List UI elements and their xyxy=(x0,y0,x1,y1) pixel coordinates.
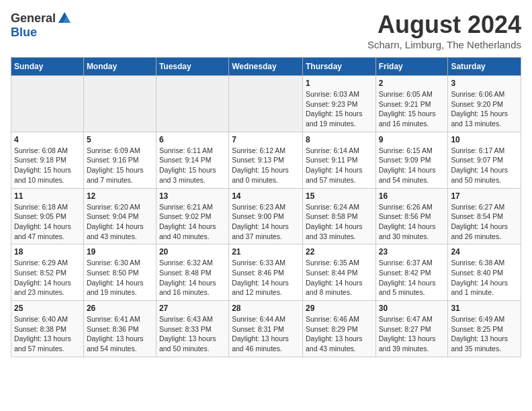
day-info: Sunrise: 6:12 AM Sunset: 9:13 PM Dayligh… xyxy=(232,146,300,185)
calendar-cell xyxy=(83,76,156,132)
calendar-cell: 26Sunrise: 6:41 AM Sunset: 8:36 PM Dayli… xyxy=(83,301,156,357)
calendar-cell: 7Sunrise: 6:12 AM Sunset: 9:13 PM Daylig… xyxy=(229,132,303,188)
calendar-cell xyxy=(229,76,303,132)
day-number: 27 xyxy=(159,304,226,313)
calendar-week-5: 25Sunrise: 6:40 AM Sunset: 8:38 PM Dayli… xyxy=(11,301,521,357)
day-number: 14 xyxy=(232,191,300,201)
calendar-table: SundayMondayTuesdayWednesdayThursdayFrid… xyxy=(11,57,521,357)
calendar-cell: 11Sunrise: 6:18 AM Sunset: 9:05 PM Dayli… xyxy=(11,188,84,244)
day-number: 12 xyxy=(87,191,153,201)
calendar-week-4: 18Sunrise: 6:29 AM Sunset: 8:52 PM Dayli… xyxy=(11,244,521,301)
day-number: 16 xyxy=(379,191,445,201)
calendar-cell xyxy=(11,76,84,132)
day-info: Sunrise: 6:43 AM Sunset: 8:33 PM Dayligh… xyxy=(159,314,226,354)
calendar-cell: 22Sunrise: 6:35 AM Sunset: 8:44 PM Dayli… xyxy=(302,244,375,301)
day-number: 26 xyxy=(87,304,153,313)
day-number: 13 xyxy=(159,191,226,201)
day-number: 10 xyxy=(451,135,518,144)
calendar-cell: 5Sunrise: 6:09 AM Sunset: 9:16 PM Daylig… xyxy=(83,132,156,188)
day-info: Sunrise: 6:23 AM Sunset: 9:00 PM Dayligh… xyxy=(232,202,300,242)
day-number: 19 xyxy=(87,247,153,257)
day-info: Sunrise: 6:29 AM Sunset: 8:52 PM Dayligh… xyxy=(14,258,81,298)
day-info: Sunrise: 6:26 AM Sunset: 8:56 PM Dayligh… xyxy=(379,202,445,242)
day-number: 4 xyxy=(14,135,81,144)
day-number: 2 xyxy=(379,79,445,88)
day-number: 25 xyxy=(14,304,81,313)
day-info: Sunrise: 6:14 AM Sunset: 9:11 PM Dayligh… xyxy=(306,146,373,185)
day-number: 20 xyxy=(159,247,226,257)
day-number: 11 xyxy=(14,191,81,201)
weekday-header-saturday: Saturday xyxy=(448,58,521,76)
day-info: Sunrise: 6:03 AM Sunset: 9:23 PM Dayligh… xyxy=(306,89,373,129)
calendar-week-2: 4Sunrise: 6:08 AM Sunset: 9:18 PM Daylig… xyxy=(11,132,521,188)
day-info: Sunrise: 6:49 AM Sunset: 8:25 PM Dayligh… xyxy=(451,314,518,354)
calendar-cell: 29Sunrise: 6:46 AM Sunset: 8:29 PM Dayli… xyxy=(302,301,375,357)
title-area: August 2024 Scharn, Limburg, The Netherl… xyxy=(367,11,521,50)
weekday-header-thursday: Thursday xyxy=(302,58,375,76)
calendar-cell: 28Sunrise: 6:44 AM Sunset: 8:31 PM Dayli… xyxy=(229,301,303,357)
day-number: 7 xyxy=(232,135,300,144)
calendar-cell: 20Sunrise: 6:32 AM Sunset: 8:48 PM Dayli… xyxy=(156,244,228,301)
calendar-cell: 13Sunrise: 6:21 AM Sunset: 9:02 PM Dayli… xyxy=(156,188,228,244)
day-info: Sunrise: 6:24 AM Sunset: 8:58 PM Dayligh… xyxy=(306,202,373,242)
calendar-cell: 27Sunrise: 6:43 AM Sunset: 8:33 PM Dayli… xyxy=(156,301,228,357)
weekday-header-monday: Monday xyxy=(83,58,156,76)
weekday-header-row: SundayMondayTuesdayWednesdayThursdayFrid… xyxy=(11,58,521,76)
calendar-week-1: 1Sunrise: 6:03 AM Sunset: 9:23 PM Daylig… xyxy=(11,76,521,132)
calendar-cell: 25Sunrise: 6:40 AM Sunset: 8:38 PM Dayli… xyxy=(11,301,84,357)
day-number: 3 xyxy=(451,79,518,88)
day-number: 30 xyxy=(379,304,445,313)
weekday-header-friday: Friday xyxy=(375,58,448,76)
day-info: Sunrise: 6:33 AM Sunset: 8:46 PM Dayligh… xyxy=(232,258,300,298)
calendar-cell: 10Sunrise: 6:17 AM Sunset: 9:07 PM Dayli… xyxy=(448,132,521,188)
calendar-cell: 1Sunrise: 6:03 AM Sunset: 9:23 PM Daylig… xyxy=(302,76,375,132)
calendar-cell: 8Sunrise: 6:14 AM Sunset: 9:11 PM Daylig… xyxy=(302,132,375,188)
calendar-cell: 12Sunrise: 6:20 AM Sunset: 9:04 PM Dayli… xyxy=(83,188,156,244)
calendar-cell: 15Sunrise: 6:24 AM Sunset: 8:58 PM Dayli… xyxy=(302,188,375,244)
logo: General Blue xyxy=(11,11,72,40)
day-info: Sunrise: 6:27 AM Sunset: 8:54 PM Dayligh… xyxy=(451,202,518,242)
calendar-cell: 31Sunrise: 6:49 AM Sunset: 8:25 PM Dayli… xyxy=(448,301,521,357)
day-number: 1 xyxy=(306,79,373,88)
day-info: Sunrise: 6:17 AM Sunset: 9:07 PM Dayligh… xyxy=(451,146,518,185)
day-number: 23 xyxy=(379,247,445,257)
calendar-cell: 3Sunrise: 6:06 AM Sunset: 9:20 PM Daylig… xyxy=(448,76,521,132)
day-info: Sunrise: 6:05 AM Sunset: 9:21 PM Dayligh… xyxy=(379,89,445,129)
day-number: 29 xyxy=(306,304,373,313)
day-info: Sunrise: 6:18 AM Sunset: 9:05 PM Dayligh… xyxy=(14,202,81,242)
calendar-cell: 18Sunrise: 6:29 AM Sunset: 8:52 PM Dayli… xyxy=(11,244,84,301)
day-info: Sunrise: 6:38 AM Sunset: 8:40 PM Dayligh… xyxy=(451,258,518,298)
day-number: 5 xyxy=(87,135,153,144)
day-info: Sunrise: 6:11 AM Sunset: 9:14 PM Dayligh… xyxy=(159,146,226,185)
calendar-cell: 14Sunrise: 6:23 AM Sunset: 9:00 PM Dayli… xyxy=(229,188,303,244)
calendar-cell: 6Sunrise: 6:11 AM Sunset: 9:14 PM Daylig… xyxy=(156,132,228,188)
logo-general-text: General xyxy=(11,11,56,26)
day-info: Sunrise: 6:30 AM Sunset: 8:50 PM Dayligh… xyxy=(87,258,153,298)
day-info: Sunrise: 6:41 AM Sunset: 8:36 PM Dayligh… xyxy=(87,314,153,354)
weekday-header-sunday: Sunday xyxy=(11,58,84,76)
calendar-cell: 4Sunrise: 6:08 AM Sunset: 9:18 PM Daylig… xyxy=(11,132,84,188)
day-info: Sunrise: 6:21 AM Sunset: 9:02 PM Dayligh… xyxy=(159,202,226,242)
day-number: 28 xyxy=(232,304,300,313)
day-info: Sunrise: 6:06 AM Sunset: 9:20 PM Dayligh… xyxy=(451,89,518,129)
day-info: Sunrise: 6:40 AM Sunset: 8:38 PM Dayligh… xyxy=(14,314,81,354)
calendar-cell xyxy=(156,76,228,132)
calendar-cell: 9Sunrise: 6:15 AM Sunset: 9:09 PM Daylig… xyxy=(375,132,448,188)
day-info: Sunrise: 6:20 AM Sunset: 9:04 PM Dayligh… xyxy=(87,202,153,242)
day-info: Sunrise: 6:37 AM Sunset: 8:42 PM Dayligh… xyxy=(379,258,445,298)
day-info: Sunrise: 6:15 AM Sunset: 9:09 PM Dayligh… xyxy=(379,146,445,185)
day-number: 21 xyxy=(232,247,300,257)
location: Scharn, Limburg, The Netherlands xyxy=(367,39,521,50)
day-info: Sunrise: 6:44 AM Sunset: 8:31 PM Dayligh… xyxy=(232,314,300,354)
calendar-cell: 21Sunrise: 6:33 AM Sunset: 8:46 PM Dayli… xyxy=(229,244,303,301)
calendar-cell: 24Sunrise: 6:38 AM Sunset: 8:40 PM Dayli… xyxy=(448,244,521,301)
day-number: 24 xyxy=(451,247,518,257)
day-number: 9 xyxy=(379,135,445,144)
day-info: Sunrise: 6:35 AM Sunset: 8:44 PM Dayligh… xyxy=(306,258,373,298)
logo-blue-text: Blue xyxy=(11,26,37,40)
day-info: Sunrise: 6:09 AM Sunset: 9:16 PM Dayligh… xyxy=(87,146,153,185)
calendar-cell: 2Sunrise: 6:05 AM Sunset: 9:21 PM Daylig… xyxy=(375,76,448,132)
day-info: Sunrise: 6:08 AM Sunset: 9:18 PM Dayligh… xyxy=(14,146,81,185)
calendar-cell: 16Sunrise: 6:26 AM Sunset: 8:56 PM Dayli… xyxy=(375,188,448,244)
day-number: 31 xyxy=(451,304,518,313)
